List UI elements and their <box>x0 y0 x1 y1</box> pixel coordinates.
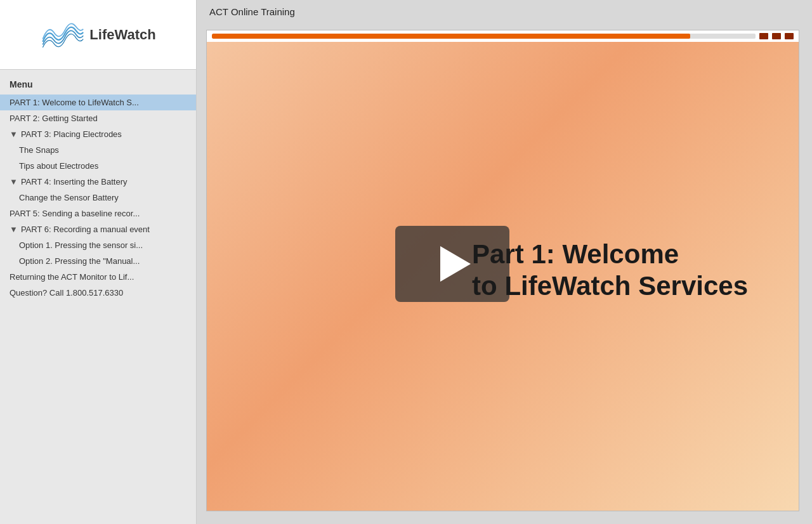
sidebar: LifeWatch Menu PART 1: Welcome to LifeWa… <box>0 0 197 524</box>
slide-title-line1: Part 1: Welcome <box>472 238 748 270</box>
sidebar-item-part5-label: PART 5: Sending a baseline recor... <box>10 209 140 218</box>
progress-marker-3 <box>785 33 794 39</box>
sidebar-item-part2[interactable]: PART 2: Getting Started <box>0 110 196 126</box>
sidebar-item-option2[interactable]: Option 2. Pressing the "Manual... <box>0 253 196 269</box>
part3-arrow: ▼ <box>10 129 18 139</box>
progress-fill <box>212 34 690 39</box>
sidebar-item-question[interactable]: Question? Call 1.800.517.6330 <box>0 285 196 301</box>
progress-marker-2 <box>772 33 781 39</box>
sidebar-item-tips-label: Tips about Electrodes <box>19 161 98 171</box>
sidebar-item-option1-label: Option 1. Pressing the sensor si... <box>19 240 143 250</box>
video-outer: Part 1: Welcome to LifeWatch Services <box>206 30 799 511</box>
video-container-wrap: Part 1: Welcome to LifeWatch Services <box>197 23 812 524</box>
sidebar-item-option2-label: Option 2. Pressing the "Manual... <box>19 256 140 266</box>
sidebar-item-returning-label: Returning the ACT Monitor to Lif... <box>10 272 134 282</box>
sidebar-item-part2-label: PART 2: Getting Started <box>10 114 98 123</box>
sidebar-item-question-label: Question? Call 1.800.517.6330 <box>10 288 123 298</box>
sidebar-item-part4-label: PART 4: Inserting the Battery <box>21 177 128 187</box>
main-content: ACT Online Training <box>197 0 812 524</box>
sidebar-item-returning[interactable]: Returning the ACT Monitor to Lif... <box>0 269 196 285</box>
sidebar-item-snaps[interactable]: The Snaps <box>0 142 196 158</box>
part4-arrow: ▼ <box>10 177 18 187</box>
sidebar-item-part4[interactable]: ▼PART 4: Inserting the Battery <box>0 174 196 190</box>
menu-area: Menu PART 1: Welcome to LifeWatch S... P… <box>0 70 196 524</box>
play-icon <box>440 246 471 282</box>
video-frame: Part 1: Welcome to LifeWatch Services <box>207 42 799 511</box>
logo: LifeWatch <box>40 16 155 54</box>
progress-track[interactable] <box>212 34 756 39</box>
logo-area: LifeWatch <box>0 0 196 70</box>
sidebar-item-part1-label: PART 1: Welcome to LifeWatch S... <box>10 98 139 107</box>
sidebar-item-part5[interactable]: PART 5: Sending a baseline recor... <box>0 206 196 221</box>
sidebar-item-tips[interactable]: Tips about Electrodes <box>0 158 196 174</box>
sidebar-item-part3-label: PART 3: Placing Electrodes <box>21 129 122 139</box>
part6-arrow: ▼ <box>10 225 18 234</box>
sidebar-item-battery-label: Change the Sensor Battery <box>19 193 119 202</box>
slide-text: Part 1: Welcome to LifeWatch Services <box>472 238 748 302</box>
page-title: ACT Online Training <box>197 0 812 23</box>
progress-bar-area[interactable] <box>207 30 799 42</box>
logo-icon <box>40 16 84 54</box>
sidebar-item-snaps-label: The Snaps <box>19 145 59 155</box>
slide-title-line2: to LifeWatch Services <box>472 270 748 301</box>
menu-label: Menu <box>0 76 196 95</box>
sidebar-item-part6[interactable]: ▼PART 6: Recording a manual event <box>0 221 196 237</box>
sidebar-item-option1[interactable]: Option 1. Pressing the sensor si... <box>0 237 196 253</box>
sidebar-item-part6-label: PART 6: Recording a manual event <box>21 225 150 234</box>
sidebar-item-battery[interactable]: Change the Sensor Battery <box>0 190 196 206</box>
logo-text: LifeWatch <box>89 27 155 43</box>
progress-marker-1 <box>759 33 768 39</box>
sidebar-item-part3[interactable]: ▼PART 3: Placing Electrodes <box>0 126 196 142</box>
sidebar-item-part1[interactable]: PART 1: Welcome to LifeWatch S... <box>0 95 196 110</box>
